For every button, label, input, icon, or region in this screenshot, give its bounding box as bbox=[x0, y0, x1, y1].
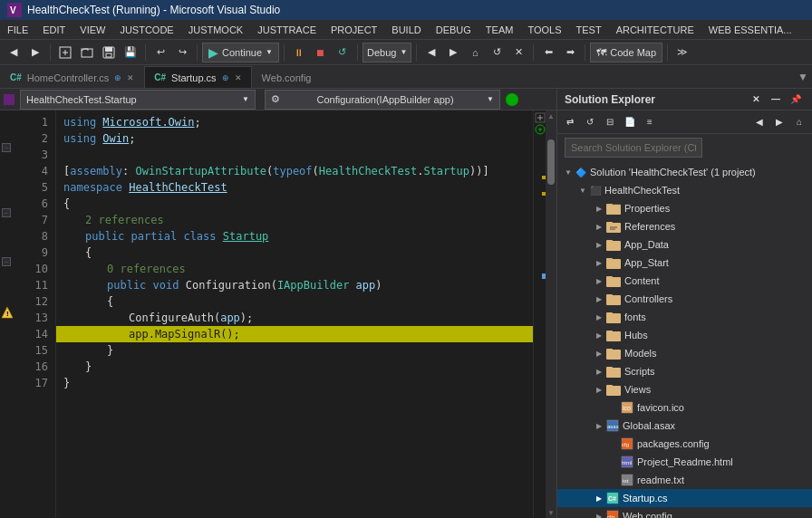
collapse-namespace[interactable]: − bbox=[2, 143, 11, 152]
tree-item-appdata[interactable]: ▶ App_Data bbox=[557, 235, 812, 254]
toolbar-nav-stop[interactable]: ✕ bbox=[508, 43, 528, 62]
member-dropdown[interactable]: ⚙ Configuration(IAppBuilder app) ▼ bbox=[265, 90, 500, 110]
se-back-btn[interactable]: ◀ bbox=[750, 113, 768, 131]
scroll-track[interactable] bbox=[546, 121, 556, 507]
tab-close-startup[interactable]: ✕ bbox=[235, 73, 242, 82]
menu-tools[interactable]: TOOLS bbox=[520, 20, 568, 39]
menu-team[interactable]: TEAM bbox=[478, 20, 521, 39]
expand-webconfig[interactable]: ▶ bbox=[592, 509, 606, 518]
toolbar-nav-fwd[interactable]: ▶ bbox=[443, 43, 463, 62]
toolbar-save-btn[interactable] bbox=[99, 43, 119, 62]
codemap-button[interactable]: 🗺 Code Map bbox=[590, 43, 662, 62]
expand-globalasax[interactable]: ▶ bbox=[592, 418, 606, 433]
toolbar-restart-btn[interactable]: ↺ bbox=[333, 43, 353, 62]
menu-build[interactable]: BUILD bbox=[384, 20, 428, 39]
expand-scripts[interactable]: ▶ bbox=[592, 364, 606, 379]
tree-item-readme[interactable]: html Project_Readme.html bbox=[557, 453, 812, 471]
tab-webconfig[interactable]: Web.config bbox=[252, 66, 322, 88]
scroll-thumb[interactable] bbox=[547, 139, 555, 185]
menu-justmock[interactable]: JUSTMOCK bbox=[181, 20, 251, 39]
debug-dropdown[interactable]: Debug ▼ bbox=[362, 43, 411, 62]
tree-item-startup[interactable]: ▶ C# Startup.cs bbox=[557, 489, 812, 507]
collapse-method[interactable]: − bbox=[2, 257, 11, 266]
toolbar-nav-back[interactable]: ◀ bbox=[421, 43, 441, 62]
toolbar-open-btn[interactable] bbox=[77, 43, 97, 62]
tree-item-fonts[interactable]: ▶ fonts bbox=[557, 308, 812, 326]
se-showfiles-btn[interactable]: 📄 bbox=[621, 113, 639, 131]
se-collapse-btn[interactable]: ⊟ bbox=[601, 113, 619, 131]
tab-overflow-btn[interactable]: ▼ bbox=[794, 66, 812, 88]
tree-item-controllers[interactable]: ▶ Controllers bbox=[557, 290, 812, 308]
expand-controllers[interactable]: ▶ bbox=[592, 292, 606, 306]
tree-project[interactable]: ▼ ⬛ HealthCheckTest bbox=[557, 181, 812, 199]
toolbar-forward-btn[interactable]: ▶ bbox=[25, 43, 45, 62]
tree-item-views[interactable]: ▶ Views bbox=[557, 380, 812, 398]
se-showpending-btn[interactable]: ≡ bbox=[641, 113, 659, 131]
toolbar-nav-home[interactable]: ⌂ bbox=[465, 43, 485, 62]
toolbar-pause-btn[interactable]: ⏸ bbox=[289, 43, 309, 62]
tree-item-hubs[interactable]: ▶ Hubs bbox=[557, 326, 812, 344]
toolbar-newproject-btn[interactable] bbox=[55, 43, 75, 62]
expand-solution[interactable]: ▼ bbox=[561, 165, 575, 179]
menu-view[interactable]: VIEW bbox=[72, 20, 112, 39]
toolbar-undo-btn[interactable]: ↩ bbox=[150, 43, 170, 62]
toolbar-stop-btn[interactable]: ⏹ bbox=[311, 43, 331, 62]
se-home-btn[interactable]: ⌂ bbox=[790, 113, 808, 131]
code-content[interactable]: using Microsoft.Owin; using Owin; [assem… bbox=[56, 110, 533, 518]
tree-item-globalasax[interactable]: ▶ asax Global.asax bbox=[557, 417, 812, 435]
toolbar-saveall-btn[interactable]: 💾 bbox=[121, 43, 140, 62]
tree-item-content[interactable]: ▶ Content bbox=[557, 272, 812, 290]
expand-content[interactable]: ▶ bbox=[592, 273, 606, 288]
tree-solution-root[interactable]: ▼ 🔷 Solution 'HealthCheckTest' (1 projec… bbox=[557, 163, 812, 181]
toolbar-more[interactable]: ≫ bbox=[672, 43, 692, 62]
tree-item-webconfig[interactable]: ▶ cfg Web.config bbox=[557, 507, 812, 518]
expand-appstart[interactable]: ▶ bbox=[592, 255, 606, 270]
menu-justtrace[interactable]: JUSTTRACE bbox=[250, 20, 324, 39]
menu-edit[interactable]: EDIT bbox=[35, 20, 72, 39]
collapse-class[interactable]: − bbox=[2, 208, 11, 217]
menu-justcode[interactable]: JUSTCODE bbox=[112, 20, 180, 39]
expand-icon-top[interactable] bbox=[535, 112, 546, 123]
expand-models[interactable]: ▶ bbox=[592, 346, 606, 360]
toolbar-arrow-right[interactable]: ➡ bbox=[560, 43, 580, 62]
menu-architecture[interactable]: ARCHITECTURE bbox=[609, 20, 701, 39]
menu-webessentials[interactable]: WEB ESSENTIA... bbox=[701, 20, 799, 39]
tree-item-appstart[interactable]: ▶ App_Start bbox=[557, 254, 812, 272]
expand-references[interactable]: ▶ bbox=[592, 219, 606, 234]
se-btn-pin[interactable]: 📌 bbox=[787, 91, 805, 109]
scroll-down-btn[interactable]: ▼ bbox=[546, 507, 556, 518]
tree-item-packages[interactable]: cfg packages.config bbox=[557, 435, 812, 453]
tree-item-references[interactable]: ▶ References bbox=[557, 217, 812, 235]
expand-properties[interactable]: ▶ bbox=[592, 201, 606, 216]
se-btn-close[interactable]: ✕ bbox=[747, 91, 765, 109]
tree-item-favicon[interactable]: ico favicon.ico bbox=[557, 398, 812, 417]
expand-appdata[interactable]: ▶ bbox=[592, 237, 606, 252]
se-fwd-btn[interactable]: ▶ bbox=[770, 113, 788, 131]
expand-fonts[interactable]: ▶ bbox=[592, 310, 606, 324]
tree-item-readmetxt[interactable]: txt readme.txt bbox=[557, 471, 812, 489]
menu-project[interactable]: PROJECT bbox=[324, 20, 384, 39]
expand-hubs[interactable]: ▶ bbox=[592, 328, 606, 342]
toolbar-back-btn[interactable]: ◀ bbox=[4, 43, 24, 62]
menu-test[interactable]: TEST bbox=[569, 20, 609, 39]
menu-debug[interactable]: DEBUG bbox=[429, 20, 478, 39]
toolbar-nav-refresh[interactable]: ↺ bbox=[487, 43, 507, 62]
se-search-input[interactable] bbox=[565, 138, 702, 158]
se-sync-btn[interactable]: ⇄ bbox=[561, 113, 579, 131]
tree-item-properties[interactable]: ▶ Properties bbox=[557, 199, 812, 217]
tab-homecontroller[interactable]: C# HomeController.cs ⊕ ✕ bbox=[0, 66, 144, 88]
scroll-up-btn[interactable]: ▲ bbox=[546, 110, 556, 121]
tree-item-scripts[interactable]: ▶ Scripts bbox=[557, 362, 812, 380]
menu-file[interactable]: FILE bbox=[0, 20, 35, 39]
continue-button[interactable]: ▶ Continue ▼ bbox=[202, 43, 279, 62]
toolbar-arrow-left[interactable]: ⬅ bbox=[538, 43, 558, 62]
class-dropdown[interactable]: HealthCheckTest.Startup ▼ bbox=[20, 90, 256, 110]
expand-icon-2[interactable] bbox=[535, 124, 546, 135]
tree-item-models[interactable]: ▶ Models bbox=[557, 344, 812, 362]
expand-startup[interactable]: ▶ bbox=[592, 491, 606, 505]
toolbar-redo-btn[interactable]: ↪ bbox=[172, 43, 192, 62]
editor-vscroll[interactable]: ▲ ▼ bbox=[546, 110, 556, 518]
tab-close-homecontroller[interactable]: ✕ bbox=[127, 73, 134, 82]
expand-project[interactable]: ▼ bbox=[575, 183, 590, 197]
se-refresh-btn[interactable]: ↺ bbox=[581, 113, 599, 131]
